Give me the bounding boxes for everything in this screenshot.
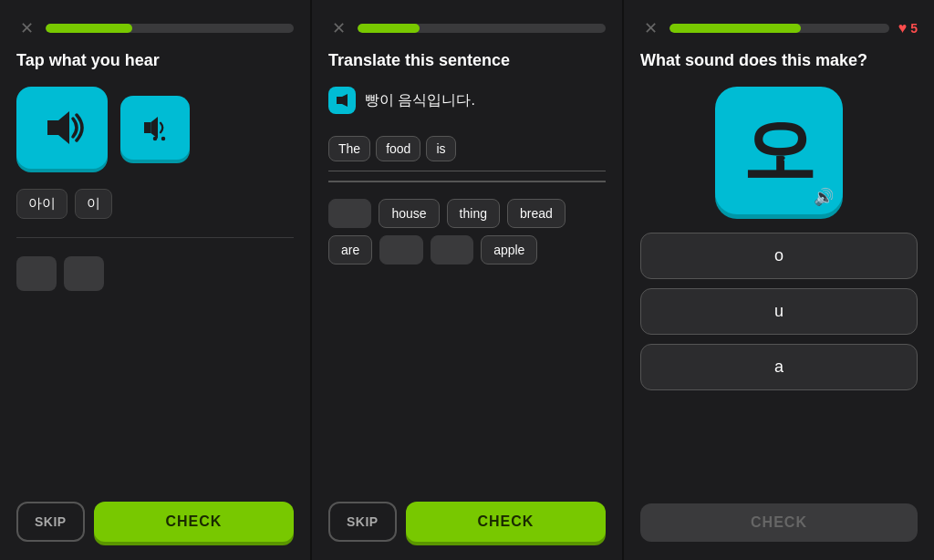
panel-tap-hear: ✕ Tap what you hear	[0, 0, 312, 560]
heart-icon: ♥	[898, 20, 908, 36]
blank-line-2	[328, 181, 606, 182]
word-bank-used-2	[379, 235, 422, 264]
panel3-header: ✕ ♥ 5	[640, 18, 918, 38]
svg-marker-5	[337, 94, 348, 107]
sound-option-u[interactable]: u	[640, 288, 918, 335]
panel2-header: ✕	[328, 18, 606, 38]
panel-translate: ✕ Translate this sentence 빵이 음식입니다. The …	[312, 0, 624, 560]
svg-marker-2	[151, 117, 159, 139]
answer-word-is[interactable]: is	[426, 136, 455, 161]
answer-area-1	[16, 256, 294, 291]
word-bank: house thing bread are apple	[328, 199, 606, 264]
korean-sentence-text: 빵이 음식입니다.	[365, 91, 475, 110]
divider-1	[16, 237, 294, 238]
answer-box-2	[64, 256, 104, 291]
sound-option-o[interactable]: o	[640, 233, 918, 279]
progress-bar-bg-1	[46, 24, 294, 33]
slow-speaker-icon	[139, 111, 171, 144]
check-button-1[interactable]: CHECK	[94, 502, 294, 542]
korean-sentence-display: 빵이 음식입니다.	[328, 87, 606, 114]
skip-button-1[interactable]: SKIP	[16, 502, 85, 542]
translation-answer-area: The food is	[328, 127, 606, 171]
play-slow-audio-button[interactable]	[120, 96, 190, 160]
audio-buttons	[16, 87, 294, 169]
panel3-bottom-buttons: CHECK	[640, 503, 918, 542]
svg-marker-1	[144, 122, 151, 133]
panel2-bottom-buttons: SKIP CHECK	[328, 502, 606, 542]
progress-bar-bg-3	[669, 24, 889, 33]
word-bank-used-3	[431, 235, 473, 264]
panel1-bottom-buttons: SKIP CHECK	[16, 502, 294, 542]
word-bank-thing[interactable]: thing	[447, 199, 500, 228]
progress-bar-fill-2	[358, 24, 420, 33]
sound-options: o u a	[640, 233, 918, 390]
progress-bar-fill-1	[46, 24, 132, 33]
sound-option-a[interactable]: a	[640, 344, 918, 390]
panel1-title: Tap what you hear	[16, 51, 294, 70]
korean-char-display: 오 🔊	[640, 87, 918, 214]
char-card-speaker-icon: 🔊	[814, 187, 834, 207]
korean-word-chips: 아이 이	[16, 189, 294, 219]
panel1-header: ✕	[16, 18, 294, 38]
svg-point-3	[153, 137, 158, 141]
panel2-title: Translate this sentence	[328, 51, 606, 70]
svg-marker-0	[47, 111, 69, 144]
close-button-2[interactable]: ✕	[328, 18, 348, 38]
skip-button-2[interactable]: SKIP	[328, 502, 397, 542]
word-bank-house[interactable]: house	[379, 199, 439, 228]
korean-char-card[interactable]: 오 🔊	[715, 87, 843, 214]
progress-bar-bg-2	[358, 24, 606, 33]
progress-bar-fill-3	[669, 24, 801, 33]
small-speaker-icon	[335, 93, 349, 108]
word-bank-are[interactable]: are	[328, 235, 372, 264]
answer-word-food[interactable]: food	[376, 136, 420, 161]
answer-box-1	[16, 256, 57, 291]
play-audio-button[interactable]	[16, 87, 108, 169]
svg-point-4	[161, 137, 166, 141]
word-bank-bread[interactable]: bread	[507, 199, 566, 228]
korean-char: 오	[742, 114, 815, 187]
panel-sound: ✕ ♥ 5 What sound does this make? 오 🔊 o u…	[624, 0, 934, 560]
play-korean-button[interactable]	[328, 87, 356, 114]
close-button-1[interactable]: ✕	[16, 18, 36, 38]
word-bank-apple[interactable]: apple	[481, 235, 537, 264]
lives-count: 5	[910, 21, 918, 36]
lives-display: ♥ 5	[898, 20, 918, 36]
close-button-3[interactable]: ✕	[640, 18, 660, 38]
word-bank-used-1	[328, 199, 371, 228]
check-button-3[interactable]: CHECK	[640, 503, 918, 542]
panel3-title: What sound does this make?	[640, 51, 918, 70]
korean-chip-2[interactable]: 이	[75, 189, 112, 219]
speaker-icon	[40, 106, 84, 150]
check-button-2[interactable]: CHECK	[406, 502, 606, 542]
korean-chip-1[interactable]: 아이	[16, 189, 67, 219]
answer-word-the[interactable]: The	[328, 136, 370, 161]
